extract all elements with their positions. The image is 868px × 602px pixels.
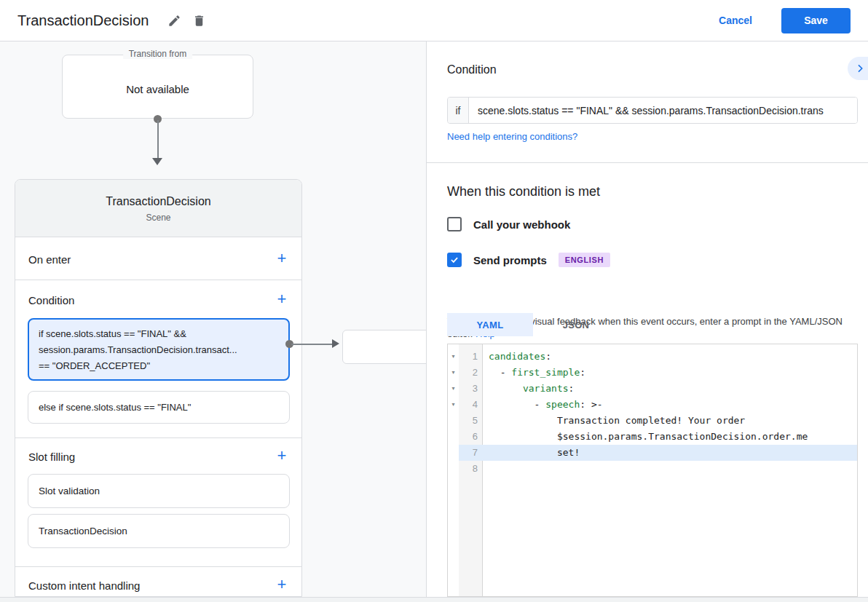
if-prefix-label: if — [448, 98, 469, 123]
editor-line[interactable]: 6 $session.params.TransactionDecision.or… — [448, 429, 857, 445]
condition-card-selected[interactable]: if scene.slots.status == "FINAL" && sess… — [28, 318, 290, 381]
slot-filling-section-label: Slot filling — [28, 451, 75, 463]
add-condition-button[interactable]: + — [272, 290, 291, 309]
fold-toggle-icon — [448, 429, 459, 445]
scene-header: TransactionDecision Scene — [15, 180, 301, 237]
condition-expression-row: if — [447, 97, 858, 124]
collapse-panel-button[interactable] — [848, 57, 868, 80]
yaml-editor-rows: ▾1candidates:▾2 - first_simple:▾3 varian… — [448, 349, 857, 477]
prompts-label: Send prompts — [473, 254, 547, 266]
conditions-help-link[interactable]: Need help entering conditions? — [447, 131, 577, 142]
pencil-icon — [167, 14, 181, 28]
editor-line[interactable]: 7 set! — [448, 445, 857, 461]
scene-name: TransactionDecision — [15, 195, 301, 208]
fold-toggle-icon — [448, 445, 459, 461]
transition-from-label: Transition from — [123, 49, 193, 59]
trash-icon — [192, 14, 206, 28]
line-number: 8 — [459, 461, 482, 477]
line-number: 6 — [459, 429, 482, 445]
cancel-button[interactable]: Cancel — [706, 9, 765, 32]
transition-to-panel: Transition to TransactionDecision Scene … — [15, 179, 302, 597]
editor-line[interactable]: ▾2 - first_simple: — [448, 365, 857, 381]
tab-json[interactable]: JSON — [533, 313, 619, 336]
code-line[interactable]: - speech: >- — [482, 397, 857, 413]
edit-title-button[interactable] — [162, 8, 186, 33]
code-line[interactable]: - first_simple: — [482, 365, 857, 381]
add-custom-intent-button[interactable]: + — [272, 575, 291, 594]
custom-intent-section-label: Custom intent handling — [28, 579, 140, 592]
arrow-right-icon — [332, 339, 339, 348]
code-line[interactable]: set! — [482, 445, 857, 461]
fold-toggle-icon[interactable]: ▾ — [448, 397, 459, 413]
save-button[interactable]: Save — [781, 8, 851, 33]
on-enter-section-label: On enter — [28, 253, 71, 266]
line-number: 7 — [459, 445, 482, 461]
scene-editor-page: TransactionDecision Cancel Save Transiti… — [0, 0, 868, 602]
divider — [427, 162, 868, 163]
line-number: 1 — [459, 349, 482, 365]
line-number: 5 — [459, 413, 482, 429]
language-badge: ENGLISH — [559, 253, 610, 267]
code-line[interactable] — [482, 461, 857, 477]
editor-line[interactable]: 5 Transaction completed! Your order — [448, 413, 857, 429]
fold-toggle-icon — [448, 461, 459, 477]
condition-section-label: Condition — [28, 294, 74, 306]
connector-line — [291, 344, 334, 345]
bottom-scroll-strip — [0, 597, 868, 602]
scene-diagram: Transition from Not available Transition… — [0, 41, 426, 597]
editor-line[interactable]: ▾4 - speech: >- — [448, 397, 857, 413]
prompts-checkbox[interactable] — [447, 253, 462, 267]
divider — [15, 566, 301, 567]
send-prompts-row[interactable]: Send prompts ENGLISH — [447, 253, 610, 267]
fold-toggle-icon — [448, 413, 459, 429]
line-number: 3 — [459, 381, 482, 397]
divider — [15, 437, 301, 438]
tab-yaml[interactable]: YAML — [447, 313, 533, 336]
webhook-checkbox[interactable] — [447, 217, 462, 231]
code-line[interactable]: variants: — [482, 381, 857, 397]
code-line[interactable]: candidates: — [482, 349, 857, 365]
scene-type-label: Scene — [15, 213, 301, 223]
code-line[interactable]: Transaction completed! Your order — [482, 413, 857, 429]
slot-card[interactable]: TransactionDecision — [28, 514, 290, 548]
code-line[interactable]: $session.params.TransactionDecision.orde… — [482, 429, 857, 445]
editor-line[interactable]: ▾1candidates: — [448, 349, 857, 365]
condition-card[interactable]: else if scene.slots.status == "FINAL" — [28, 391, 290, 424]
line-number: 4 — [459, 397, 482, 413]
fold-toggle-icon[interactable]: ▾ — [448, 381, 459, 397]
fold-toggle-icon[interactable]: ▾ — [448, 349, 459, 365]
check-icon — [449, 255, 459, 265]
editor-line[interactable]: ▾3 variants: — [448, 381, 857, 397]
transition-from-content: Not available — [63, 83, 253, 95]
page-title: TransactionDecision — [17, 12, 149, 29]
line-number: 2 — [459, 365, 482, 381]
yaml-editor[interactable]: ▾1candidates:▾2 - first_simple:▾3 varian… — [447, 344, 858, 597]
add-slot-button[interactable]: + — [272, 446, 291, 465]
transition-from-box: Transition from Not available — [62, 55, 253, 119]
editor-line[interactable]: 8 — [448, 461, 857, 477]
add-on-enter-button[interactable]: + — [272, 249, 291, 268]
slot-card[interactable]: Slot validation — [28, 474, 290, 508]
delete-scene-button[interactable] — [186, 8, 211, 33]
when-condition-heading: When this condition is met — [447, 184, 600, 199]
fold-toggle-icon[interactable]: ▾ — [448, 365, 459, 381]
divider — [15, 280, 301, 280]
condition-detail-panel: Condition if Need help entering conditio… — [426, 41, 868, 597]
arrow-down-icon — [152, 158, 162, 165]
call-webhook-row[interactable]: Call your webhook — [447, 217, 570, 231]
topbar: TransactionDecision Cancel Save — [0, 0, 868, 41]
connector-line — [157, 120, 159, 159]
chevron-right-icon — [854, 63, 866, 74]
webhook-label: Call your webhook — [473, 218, 570, 231]
panel-heading: Condition — [447, 63, 497, 76]
condition-expression-input[interactable] — [469, 98, 857, 123]
